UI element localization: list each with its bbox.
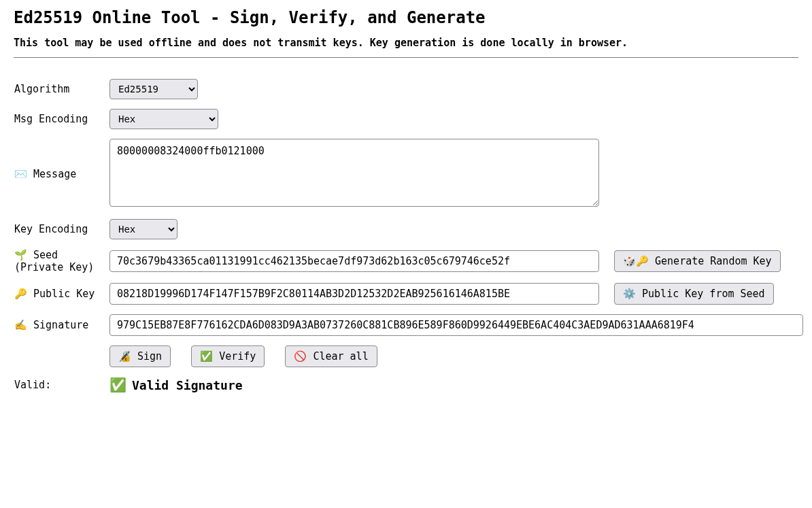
valid-result-text: Valid Signature (132, 378, 243, 392)
algorithm-label: Algorithm (14, 78, 109, 100)
public-key-from-seed-button[interactable]: ⚙️ Public Key from Seed (614, 283, 774, 305)
msg-encoding-label: Msg Encoding (14, 108, 109, 130)
key-encoding-select[interactable]: Hex (109, 219, 177, 239)
message-label: ✉️ Message (14, 138, 109, 210)
seed-input[interactable] (109, 250, 599, 272)
valid-label: Valid: (14, 376, 109, 394)
public-key-label: 🔑 Public Key (14, 282, 109, 305)
public-key-input[interactable] (109, 283, 599, 305)
sign-button[interactable]: 🔏 Sign (109, 345, 171, 367)
message-input[interactable] (109, 139, 599, 207)
algorithm-select[interactable]: Ed25519 (109, 79, 198, 99)
signature-input[interactable] (109, 314, 803, 336)
check-icon: ✅ (109, 377, 126, 393)
page-subtitle: This tool may be used offline and does n… (14, 37, 798, 49)
verify-button[interactable]: ✅ Verify (191, 345, 265, 367)
signature-label: ✍️ Signature (14, 314, 109, 337)
valid-result: ✅ Valid Signature (109, 377, 803, 393)
generate-random-key-button[interactable]: 🎲🔑 Generate Random Key (614, 250, 781, 272)
msg-encoding-select[interactable]: Hex (109, 109, 218, 129)
seed-label: 🌱 Seed (Private Key) (14, 248, 109, 274)
key-encoding-label: Key Encoding (14, 218, 109, 240)
clear-all-button[interactable]: 🚫 Clear all (285, 345, 377, 367)
divider (14, 57, 798, 58)
page-title: Ed25519 Online Tool - Sign, Verify, and … (14, 8, 798, 27)
